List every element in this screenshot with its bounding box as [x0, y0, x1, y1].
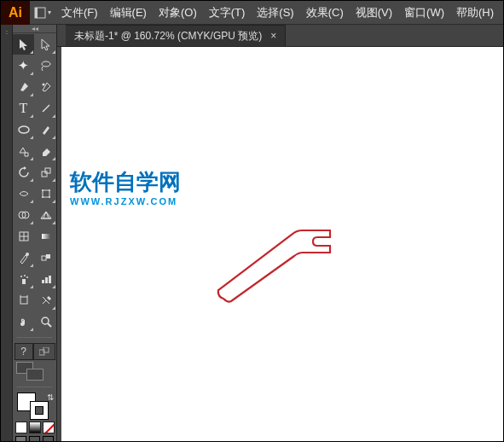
- color-mode-solid[interactable]: [15, 422, 27, 433]
- svg-point-5: [19, 126, 29, 133]
- width-tool[interactable]: [13, 183, 34, 204]
- panel-dock-left: ::: [1, 25, 13, 441]
- column-graph-tool[interactable]: [35, 269, 56, 289]
- draw-normal-icon[interactable]: [15, 436, 26, 442]
- mesh-tool[interactable]: [13, 226, 34, 247]
- watermark-text: 软件自学网: [70, 171, 181, 193]
- rotate-tool[interactable]: [13, 162, 34, 183]
- swap-fill-stroke-icon[interactable]: ⇅: [47, 393, 54, 402]
- scale-tool[interactable]: [35, 162, 56, 183]
- hand-tool[interactable]: [13, 311, 34, 332]
- lasso-tool[interactable]: [35, 55, 56, 76]
- svg-rect-8: [43, 190, 49, 197]
- draw-inside-icon[interactable]: [43, 436, 54, 442]
- symbol-sprayer-tool[interactable]: [13, 269, 34, 289]
- svg-point-32: [42, 317, 49, 324]
- artboard-tool[interactable]: [13, 290, 34, 311]
- shape-builder-tool[interactable]: [13, 205, 34, 225]
- menu-file[interactable]: 文件(F): [55, 1, 104, 25]
- svg-point-9: [42, 189, 43, 191]
- wrench-drawing: [211, 213, 347, 307]
- overlap-mode-icon[interactable]: [14, 362, 55, 384]
- svg-rect-18: [42, 234, 50, 239]
- stroke-swatch[interactable]: [30, 401, 49, 420]
- selection-tool[interactable]: [13, 34, 34, 55]
- menu-effect[interactable]: 效果(C): [300, 1, 350, 25]
- menu-view[interactable]: 视图(V): [350, 1, 398, 25]
- svg-point-2: [42, 61, 50, 67]
- eyedropper-tool[interactable]: [13, 247, 34, 268]
- svg-rect-6: [42, 172, 47, 177]
- app-logo: Ai: [1, 1, 30, 25]
- svg-rect-21: [46, 254, 50, 259]
- menu-help[interactable]: 帮助(H): [450, 1, 500, 25]
- tools-panel: ◂◂ ✦ T: [13, 25, 57, 441]
- color-mode-gradient[interactable]: [29, 422, 41, 433]
- tool-options-icon[interactable]: [33, 343, 55, 360]
- menu-window[interactable]: 窗口(W): [398, 1, 450, 25]
- document-tab-title: 未标题-1* @ 160.72% (CMYK/GPU 预览): [74, 29, 262, 44]
- pen-tool[interactable]: [13, 77, 34, 97]
- menu-type[interactable]: 文字(T): [203, 1, 252, 25]
- blend-tool[interactable]: [35, 247, 56, 268]
- svg-rect-22: [22, 279, 26, 284]
- curvature-tool[interactable]: [35, 77, 56, 97]
- svg-point-19: [26, 253, 29, 256]
- line-segment-tool[interactable]: [35, 98, 56, 119]
- close-tab-icon[interactable]: ×: [270, 30, 276, 42]
- artboard: 软件自学网 WWW.RJZXW.COM: [61, 47, 503, 441]
- free-transform-tool[interactable]: [35, 183, 56, 204]
- document-tab-bar: 未标题-1* @ 160.72% (CMYK/GPU 预览) ×: [57, 25, 503, 47]
- svg-point-11: [42, 196, 43, 198]
- canvas-viewport[interactable]: 软件自学网 WWW.RJZXW.COM: [57, 47, 503, 441]
- svg-rect-1: [35, 8, 38, 18]
- svg-rect-20: [42, 256, 46, 260]
- svg-point-10: [49, 189, 50, 191]
- document-tab[interactable]: 未标题-1* @ 160.72% (CMYK/GPU 预览) ×: [66, 25, 286, 46]
- svg-line-33: [48, 323, 51, 327]
- collapse-panel-icon[interactable]: ◂◂: [13, 25, 56, 33]
- svg-rect-29: [20, 297, 27, 304]
- svg-rect-26: [42, 280, 44, 283]
- direct-selection-tool[interactable]: [35, 34, 56, 55]
- paintbrush-tool[interactable]: [35, 119, 56, 140]
- menu-object[interactable]: 对象(O): [153, 1, 203, 25]
- color-mode-none[interactable]: [43, 422, 55, 433]
- svg-point-3: [42, 84, 44, 86]
- menu-select[interactable]: 选择(S): [251, 1, 299, 25]
- svg-point-23: [20, 276, 22, 277]
- menu-bar: Ai ▾ 文件(F) 编辑(E) 对象(O) 文字(T) 选择(S) 效果(C)…: [1, 1, 503, 25]
- svg-rect-27: [45, 277, 48, 283]
- ellipse-tool[interactable]: [13, 119, 34, 140]
- svg-point-25: [26, 276, 28, 278]
- svg-point-12: [49, 196, 50, 198]
- type-tool[interactable]: T: [13, 98, 34, 119]
- draw-behind-icon[interactable]: [29, 436, 40, 442]
- perspective-grid-tool[interactable]: [35, 205, 56, 225]
- menu-edit[interactable]: 编辑(E): [104, 1, 153, 25]
- magic-wand-tool[interactable]: ✦: [13, 55, 34, 76]
- shaper-tool[interactable]: [13, 141, 34, 161]
- svg-line-4: [43, 105, 49, 112]
- watermark-url: WWW.RJZXW.COM: [70, 196, 177, 206]
- zoom-tool[interactable]: [35, 311, 56, 332]
- workspace-switcher-icon[interactable]: ▾: [30, 7, 55, 19]
- gradient-tool[interactable]: [35, 226, 56, 247]
- tool-help-button[interactable]: ?: [14, 343, 33, 360]
- tool-info-row: ?: [14, 343, 55, 360]
- svg-point-24: [24, 275, 26, 276]
- document-area: 未标题-1* @ 160.72% (CMYK/GPU 预览) × 软件自学网 W…: [57, 25, 503, 441]
- svg-rect-28: [49, 276, 51, 283]
- eraser-tool[interactable]: [35, 141, 56, 161]
- fill-stroke-indicator[interactable]: ⇅: [14, 393, 55, 420]
- dock-grip-icon[interactable]: ::: [5, 28, 7, 36]
- slice-tool[interactable]: [35, 290, 56, 311]
- svg-rect-7: [45, 168, 50, 173]
